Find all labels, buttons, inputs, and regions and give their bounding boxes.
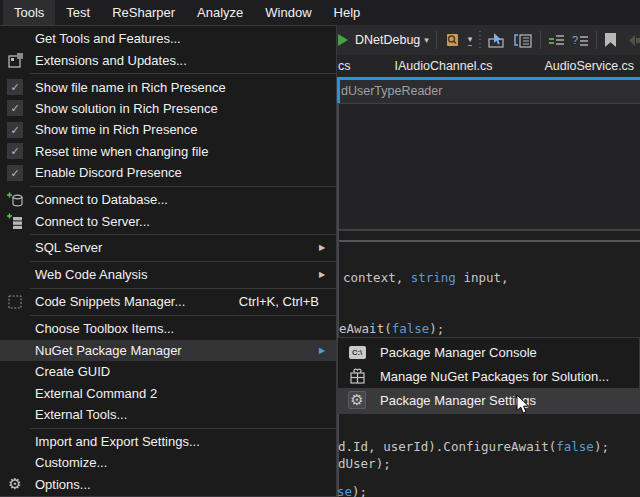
menu-help[interactable]: Help bbox=[323, 0, 372, 25]
run-configuration-label: DNetDebug bbox=[355, 33, 420, 47]
menu-item-external-command-2[interactable]: External Command 2 bbox=[0, 382, 336, 403]
checkmark-icon: ✓ bbox=[7, 122, 23, 138]
submenu-item-manage-nuget-packages[interactable]: Manage NuGet Packages for Solution... bbox=[338, 364, 639, 388]
toolbar-drag-handle[interactable] bbox=[479, 31, 481, 49]
submenu-item-package-manager-settings[interactable]: ⚙ Package Manager Settings bbox=[338, 388, 639, 412]
menu-item-customize[interactable]: Customize... bbox=[0, 452, 336, 473]
chevron-down-icon: ▾ bbox=[424, 35, 429, 45]
menu-separator bbox=[30, 234, 336, 235]
checkmark-icon: ✓ bbox=[7, 100, 23, 116]
svg-text:?: ? bbox=[572, 34, 578, 46]
extensions-icon bbox=[8, 53, 23, 68]
bookmark-icon bbox=[604, 32, 618, 49]
menu-separator bbox=[30, 186, 336, 187]
code-line: se); bbox=[337, 484, 367, 497]
attach-magnifier-icon bbox=[444, 32, 461, 48]
breadcrumb-accent bbox=[337, 80, 340, 103]
menu-item-nuget-package-manager[interactable]: NuGet Package Manager ▶ bbox=[0, 340, 336, 361]
indent-lines-icon bbox=[548, 33, 565, 48]
chevron-down-icon: ▾ bbox=[468, 35, 473, 46]
gear-icon: ⚙ bbox=[8, 476, 21, 492]
attach-to-process-button[interactable] bbox=[444, 32, 461, 48]
toolbar-separator bbox=[596, 31, 597, 49]
run-configuration-dropdown[interactable]: DNetDebug ▾ bbox=[355, 33, 429, 47]
checkmark-icon: ✓ bbox=[7, 79, 23, 95]
checkmark-icon: ✓ bbox=[7, 143, 23, 159]
code-line: eAwait(false); bbox=[339, 321, 444, 337]
peek-definition-button[interactable] bbox=[514, 32, 533, 49]
menubar: Tools Test ReSharper Analyze Window Help bbox=[0, 0, 640, 25]
format-document-button[interactable] bbox=[548, 33, 565, 48]
menu-separator bbox=[30, 428, 336, 429]
menu-item-web-code-analysis[interactable]: Web Code Analysis ▶ bbox=[0, 264, 336, 285]
submenu-arrow-icon: ▶ bbox=[319, 243, 336, 252]
server-add-icon bbox=[7, 213, 24, 229]
menu-item-external-tools[interactable]: External Tools... bbox=[0, 404, 336, 425]
menu-separator bbox=[30, 288, 336, 289]
document-arrow-icon bbox=[514, 32, 533, 49]
menu-item-code-snippets-manager[interactable]: Code Snippets Manager... Ctrl+K, Ctrl+B bbox=[0, 291, 336, 312]
package-icon bbox=[350, 368, 365, 384]
submenu-arrow-icon: ▶ bbox=[319, 346, 336, 355]
submenu-arrow-icon: ▶ bbox=[319, 270, 336, 279]
attach-options-dropdown[interactable]: ▾ bbox=[468, 35, 473, 46]
checkmark-icon: ✓ bbox=[7, 165, 23, 181]
menu-item-options[interactable]: ⚙ Options... bbox=[0, 474, 336, 495]
menu-test[interactable]: Test bbox=[55, 0, 101, 25]
vs-window: context, string input, eAwait(false); d.… bbox=[0, 0, 640, 497]
toggle-bookmark-button[interactable] bbox=[604, 32, 618, 49]
menu-separator bbox=[30, 261, 336, 262]
code-line: context, string input, bbox=[343, 270, 509, 286]
menu-item-create-guid[interactable]: Create GUID bbox=[0, 361, 336, 382]
menu-item-enable-discord-presence[interactable]: ✓ Enable Discord Presence bbox=[0, 162, 336, 183]
menu-window[interactable]: Window bbox=[254, 0, 322, 25]
start-debugging-button[interactable] bbox=[338, 34, 348, 46]
toolbar-separator bbox=[540, 31, 541, 49]
mouse-cursor bbox=[516, 395, 534, 418]
nuget-submenu: C:\ Package Manager Console Manage NuGet… bbox=[337, 337, 640, 414]
menu-item-choose-toolbox-items[interactable]: Choose Toolbox Items... bbox=[0, 318, 336, 339]
play-icon bbox=[338, 34, 348, 46]
menu-item-import-export-settings[interactable]: Import and Export Settings... bbox=[0, 431, 336, 452]
snippets-icon bbox=[8, 295, 22, 309]
gear-icon: ⚙ bbox=[350, 391, 363, 408]
menu-item-extensions-and-updates[interactable]: Extensions and Updates... bbox=[0, 49, 336, 70]
menu-item-show-file-name-rich-presence[interactable]: ✓ Show file name in Rich Presence bbox=[0, 76, 336, 97]
menu-tools[interactable]: Tools bbox=[3, 0, 55, 25]
toolbar-separator bbox=[436, 31, 437, 49]
menu-resharper[interactable]: ReSharper bbox=[101, 0, 186, 25]
console-icon: C:\ bbox=[349, 346, 366, 359]
format-selection-button[interactable]: ? bbox=[572, 33, 589, 48]
menu-item-get-tools-and-features[interactable]: Get Tools and Features... bbox=[0, 28, 336, 49]
tab-iaudiochannel[interactable]: IAudioChannel.cs bbox=[395, 59, 493, 73]
tab-audioservice[interactable]: AudioService.cs bbox=[544, 59, 634, 73]
database-add-icon bbox=[7, 192, 24, 208]
tools-dropdown-menu: Get Tools and Features... Extensions and… bbox=[0, 25, 337, 497]
menu-item-show-time-rich-presence[interactable]: ✓ Show time in Rich Presence bbox=[0, 119, 336, 140]
question-lines-icon: ? bbox=[572, 33, 589, 48]
code-line: d.Id, userId).ConfigureAwait(false); bbox=[338, 439, 609, 455]
type-breadcrumb[interactable]: dUserTypeReader bbox=[341, 84, 442, 98]
previous-bookmark-button[interactable] bbox=[625, 33, 640, 48]
menu-item-connect-to-server[interactable]: Connect to Server... bbox=[0, 210, 336, 231]
menu-item-connect-to-database[interactable]: Connect to Database... bbox=[0, 189, 336, 210]
cursor-box-icon bbox=[488, 32, 507, 49]
submenu-item-package-manager-console[interactable]: C:\ Package Manager Console bbox=[338, 340, 639, 364]
bookmark-prev-icon bbox=[625, 33, 640, 48]
menu-item-sql-server[interactable]: SQL Server ▶ bbox=[0, 237, 336, 258]
menu-separator bbox=[30, 315, 336, 316]
menu-analyze[interactable]: Analyze bbox=[186, 0, 254, 25]
tab-partial[interactable]: cs bbox=[338, 59, 351, 73]
menu-item-reset-time-when-changing-file[interactable]: ✓ Reset time when changing file bbox=[0, 141, 336, 162]
menu-separator bbox=[30, 73, 336, 74]
navigate-to-button[interactable] bbox=[488, 32, 507, 49]
code-line: dUser); bbox=[338, 456, 391, 472]
shortcut-label: Ctrl+K, Ctrl+B bbox=[239, 294, 336, 309]
menu-item-show-solution-rich-presence[interactable]: ✓ Show solution in Rich Presence bbox=[0, 98, 336, 119]
